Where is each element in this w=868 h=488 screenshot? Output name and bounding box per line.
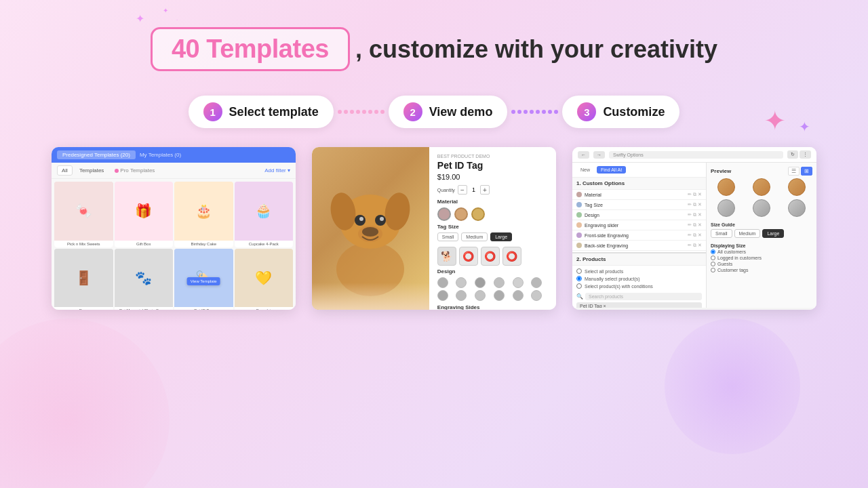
step-1-pill: 1 Select template: [189, 96, 334, 128]
copy-icon[interactable]: ⧉: [693, 222, 696, 228]
all-customers-radio[interactable]: [711, 249, 715, 254]
find-all-tab[interactable]: Find All At: [597, 166, 626, 174]
filter-pro[interactable]: Pro Templates: [111, 166, 159, 175]
edit-icon[interactable]: ✏: [688, 202, 692, 207]
edit-icon[interactable]: ✏: [688, 212, 692, 218]
edit-icon[interactable]: ✏: [688, 222, 692, 228]
template-item[interactable]: 💛 Bracelet: [235, 249, 294, 310]
design-opt[interactable]: [513, 290, 524, 301]
customer-tags[interactable]: Customer tags: [711, 268, 812, 272]
thumb-1[interactable]: 🐕: [437, 247, 456, 266]
more-btn[interactable]: ⋮: [800, 150, 811, 159]
template-item[interactable]: 🧁 Cupcake 4-Pack: [235, 182, 294, 247]
dot: [548, 110, 552, 114]
size-small[interactable]: Small: [437, 232, 459, 241]
copy-icon[interactable]: ⧉: [693, 243, 696, 248]
template-item-active[interactable]: 🏷️ Pet ID Tag View Template: [174, 249, 233, 310]
delete-icon[interactable]: ✕: [698, 192, 702, 197]
logged-in[interactable]: Logged in customers: [711, 256, 812, 260]
design-opt[interactable]: [475, 290, 486, 301]
size-medium-btn[interactable]: Medium: [734, 229, 761, 238]
design-opt[interactable]: [456, 277, 467, 288]
option-tag-size: Tag Size ✏ ⧉ ✕: [572, 200, 706, 210]
guests[interactable]: Guests: [711, 262, 812, 266]
design-opt[interactable]: [437, 290, 448, 301]
reload-btn[interactable]: ↻: [787, 150, 798, 159]
my-templates-tab[interactable]: My Templates (0): [140, 152, 181, 158]
select-product-radio[interactable]: [576, 276, 582, 281]
delete-icon[interactable]: ✕: [698, 232, 702, 238]
product-search[interactable]: Search products: [585, 293, 702, 300]
design-opt[interactable]: [475, 277, 486, 288]
design-opt[interactable]: [531, 290, 542, 301]
design-opt[interactable]: [531, 277, 542, 288]
option-back-engraving: Back-side Engraving ✏ ⧉ ✕: [572, 241, 706, 251]
option-front-engraving: Front-side Engraving ✏ ⧉ ✕: [572, 230, 706, 241]
pendant-item: [711, 199, 743, 217]
view-template-overlay[interactable]: View Template: [187, 277, 220, 285]
template-item[interactable]: 🐾 Pet Memorial Photo Frame: [115, 249, 174, 310]
size-small-btn[interactable]: Small: [711, 229, 732, 238]
material-opt-3[interactable]: [471, 207, 485, 221]
qty-minus[interactable]: −: [458, 185, 467, 195]
logged-in-radio[interactable]: [711, 256, 715, 260]
material-opt-1[interactable]: [437, 207, 451, 221]
design-opt[interactable]: [456, 290, 467, 301]
size-large-btn[interactable]: Large: [762, 229, 784, 238]
predesigned-tab[interactable]: Predesigned Templates (20): [57, 150, 136, 159]
new-tab[interactable]: New: [576, 166, 594, 174]
guests-radio[interactable]: [711, 262, 715, 266]
step-2-label: View demo: [429, 105, 493, 119]
delete-icon[interactable]: ✕: [698, 212, 702, 218]
template-item[interactable]: 🍬 Pick n Mix Sweets: [54, 182, 113, 247]
preview-ctrl-1[interactable]: ☰: [788, 167, 800, 176]
back-btn[interactable]: ←: [578, 151, 589, 159]
edit-icon[interactable]: ✏: [688, 232, 692, 238]
design-opt[interactable]: [494, 277, 505, 288]
template-grid: 🍬 Pick n Mix Sweets 🎁 Gift Box 🎂 Birthda…: [52, 179, 296, 310]
url-bar[interactable]: Swifty Options: [609, 151, 783, 159]
option-label: Engraving slider: [585, 223, 685, 228]
svg-point-7: [380, 217, 384, 221]
material-opt-2[interactable]: [454, 207, 468, 221]
templates-badge: 40 Templates: [151, 27, 350, 71]
pendant-item: [746, 178, 778, 196]
filter-templates[interactable]: Templates: [75, 166, 108, 175]
design-opt[interactable]: [494, 290, 505, 301]
thumb-4[interactable]: ⭕: [502, 247, 521, 266]
copy-icon[interactable]: ⧉: [693, 202, 696, 207]
all-customers[interactable]: All customers: [711, 249, 812, 254]
forward-btn[interactable]: →: [593, 151, 605, 159]
option-label: Back-side Engraving: [585, 243, 685, 248]
size-large[interactable]: Large: [490, 232, 512, 241]
preview-ctrl-2[interactable]: ⊞: [801, 167, 812, 176]
product-price: $19.00: [437, 173, 548, 181]
delete-icon[interactable]: ✕: [698, 243, 702, 248]
select-tag-radio[interactable]: [576, 283, 582, 289]
select-all-radio[interactable]: [576, 268, 582, 274]
delete-icon[interactable]: ✕: [698, 222, 702, 228]
template-item[interactable]: 🎂 Birthday Cake: [174, 182, 233, 247]
size-medium[interactable]: Medium: [461, 232, 488, 241]
delete-icon[interactable]: ✕: [698, 202, 702, 207]
thumb-3[interactable]: ⭕: [481, 247, 500, 266]
edit-icon[interactable]: ✏: [688, 243, 692, 248]
thumb-2[interactable]: ⭕: [459, 247, 478, 266]
preview-controls: ☰ ⊞: [788, 167, 812, 176]
steps-container: 1 Select template 2 View demo 3 Customiz…: [0, 96, 868, 128]
product-dog-image: [312, 147, 429, 310]
add-filter-btn[interactable]: Add filter ▾: [264, 167, 290, 174]
template-item[interactable]: 🚪 Door: [54, 249, 113, 310]
design-opt[interactable]: [437, 277, 448, 288]
dot: [554, 110, 558, 114]
filter-all[interactable]: All: [57, 165, 73, 176]
qty-plus[interactable]: +: [480, 185, 490, 195]
copy-icon[interactable]: ⧉: [693, 212, 696, 218]
template-item[interactable]: 🎁 Gift Box: [115, 182, 174, 247]
size-guide: Size Guide: [711, 222, 812, 227]
copy-icon[interactable]: ⧉: [693, 232, 696, 238]
customer-tags-radio[interactable]: [711, 268, 715, 272]
design-opt[interactable]: [513, 277, 524, 288]
edit-icon[interactable]: ✏: [688, 192, 692, 197]
copy-icon[interactable]: ⧉: [693, 192, 696, 197]
